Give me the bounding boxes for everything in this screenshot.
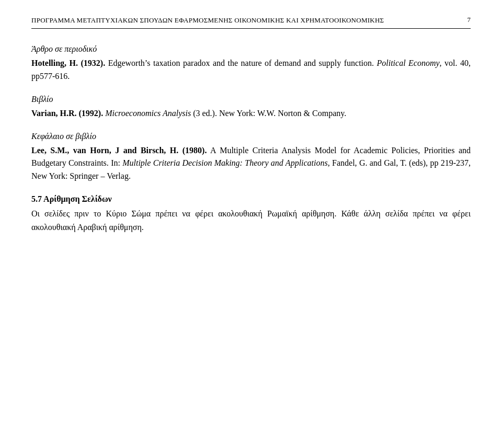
chapter-section: Κεφάλαιο σε βιβλίο Lee, S.M., van Horn, … bbox=[31, 132, 471, 183]
page-container: ΠΡΟΓΡΑΜΜΑ ΜΕΤΑΠΤΥΧΙΑΚΩΝ ΣΠΟΥΔΩΝ ΕΦΑΡΜΟΣΜ… bbox=[0, 0, 502, 448]
chapter-author-year: Lee, S.M., van Horn, J and Birsch, H. (1… bbox=[31, 146, 207, 155]
book-reference: Varian, H.R. (1992). Microeconomics Anal… bbox=[31, 107, 471, 120]
book-section: Βιβλίο Varian, H.R. (1992). Microeconomi… bbox=[31, 95, 471, 120]
article-section-label: Άρθρο σε περιοδικό bbox=[31, 44, 471, 54]
article-section: Άρθρο σε περιοδικό Hotelling, H. (1932).… bbox=[31, 44, 471, 83]
book-ref-rest: (3 ed.). New York: W.W. Norton & Company… bbox=[191, 109, 346, 118]
book-section-label: Βιβλίο bbox=[31, 95, 471, 104]
chapter-section-label: Κεφάλαιο σε βιβλίο bbox=[31, 132, 471, 141]
chapter-reference: Lee, S.M., van Horn, J and Birsch, H. (1… bbox=[31, 144, 471, 183]
header-page-number: 7 bbox=[467, 16, 471, 24]
section-57: 5.7 Αρίθμηση Σελίδων Οι σελίδες πριν το … bbox=[31, 194, 471, 234]
header-bar: ΠΡΟΓΡΑΜΜΑ ΜΕΤΑΠΤΥΧΙΑΚΩΝ ΣΠΟΥΔΩΝ ΕΦΑΡΜΟΣΜ… bbox=[31, 16, 471, 29]
article-reference: Hotelling, H. (1932). Edgeworth’s taxati… bbox=[31, 57, 471, 83]
article-ref-text: Edgeworth’s taxation paradox and the nat… bbox=[105, 59, 376, 67]
article-journal: Political Economy bbox=[377, 59, 440, 67]
book-author-year: Varian, H.R. (1992). bbox=[31, 109, 103, 118]
section-57-body: Οι σελίδες πριν το Κύριο Σώμα πρέπει να … bbox=[31, 207, 471, 234]
article-author-year: Hotelling, H. (1932). bbox=[31, 59, 105, 67]
book-title: Microeconomics Analysis bbox=[103, 109, 191, 118]
header-title: ΠΡΟΓΡΑΜΜΑ ΜΕΤΑΠΤΥΧΙΑΚΩΝ ΣΠΟΥΔΩΝ ΕΦΑΡΜΟΣΜ… bbox=[31, 16, 384, 25]
section-57-heading: 5.7 Αρίθμηση Σελίδων bbox=[31, 194, 471, 204]
chapter-book-title: Multiple Criteria Decision Making: Theor… bbox=[122, 158, 328, 167]
